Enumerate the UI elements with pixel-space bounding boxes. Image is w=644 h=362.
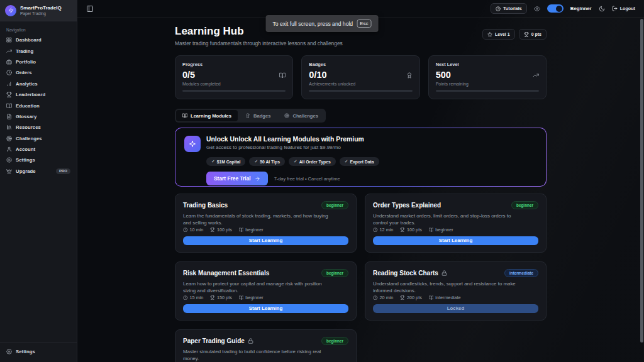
book-open-icon xyxy=(279,72,286,79)
sidebar-collapse-icon[interactable] xyxy=(86,5,94,13)
target-icon xyxy=(284,113,289,118)
module-title: Order Types Explained xyxy=(373,202,441,209)
premium-banner: Unlock Unlock All Learning Modules with … xyxy=(175,128,547,187)
module-description: Learn how to protect your capital and ma… xyxy=(183,280,335,295)
sidebar-item-education[interactable]: Education xyxy=(0,100,77,111)
crown-icon xyxy=(6,168,12,174)
points-meta: 150 pts xyxy=(210,295,231,300)
grid-icon xyxy=(6,37,12,43)
trophy-icon xyxy=(210,295,215,300)
level-meta: beginner xyxy=(239,227,264,233)
check-icon: ✓ xyxy=(254,159,258,164)
gear-icon xyxy=(6,157,12,163)
trending-up-icon xyxy=(6,48,12,54)
module-description: Learn the fundamentals of stock trading,… xyxy=(183,212,335,227)
start-learning-button[interactable]: Start Learning xyxy=(183,236,348,245)
tab-challenges[interactable]: Challenges xyxy=(278,110,325,121)
award-icon xyxy=(245,113,250,118)
lock-icon xyxy=(441,270,447,276)
tutorials-button[interactable]: Tutorials xyxy=(491,3,527,14)
modules-grid: Trading Basics beginner Learn the fundam… xyxy=(175,194,547,362)
sidebar-item-label: Trading xyxy=(16,48,33,54)
sidebar-item-label: Dashboard xyxy=(16,37,42,43)
sidebar-item-upgrade[interactable]: UpgradePRO xyxy=(0,166,77,177)
stat-caption: Achievements unlocked xyxy=(309,82,412,86)
library-icon xyxy=(6,124,12,130)
sidebar-item-resources[interactable]: Resources xyxy=(0,122,77,133)
clock-icon xyxy=(183,228,188,233)
app-tagline: Paper Trading xyxy=(20,11,62,16)
logout-button[interactable]: Logout xyxy=(612,6,635,11)
points-badge: 0 pts xyxy=(519,29,547,40)
sidebar-item-leaderboard[interactable]: Leaderboard xyxy=(0,89,77,100)
app-logo-row[interactable]: SmartProTradeIQ Paper Trading xyxy=(0,0,77,21)
sidebar-item-dashboard[interactable]: Dashboard xyxy=(0,35,77,45)
arrow-right-icon xyxy=(255,176,260,182)
level-badge: Level 1 xyxy=(482,29,515,40)
scrollbar[interactable] xyxy=(640,0,643,362)
trophy-icon xyxy=(400,295,405,300)
sidebar-item-account[interactable]: Account xyxy=(0,144,77,155)
points-badge-label: 0 pts xyxy=(531,32,541,36)
sidebar-item-label: Education xyxy=(16,103,40,109)
sidebar-item-label: Account xyxy=(16,146,35,152)
stat-value: 0/10 xyxy=(309,70,412,80)
scrollbar-thumb[interactable] xyxy=(640,19,643,343)
module-description: Understand candlesticks, trends, support… xyxy=(373,280,525,295)
sidebar-footer-settings[interactable]: Settings xyxy=(6,349,70,354)
module-title: Trading Basics xyxy=(183,202,228,209)
trophy-icon xyxy=(6,92,12,97)
sidebar-item-label: Orders xyxy=(16,70,32,75)
duration-meta: 15 min xyxy=(183,295,203,300)
points-meta: 100 pts xyxy=(400,227,421,233)
start-free-trial-button[interactable]: Start Free Trial xyxy=(206,172,268,185)
tab-badges[interactable]: Badges xyxy=(239,110,277,121)
start-learning-button[interactable]: Start Learning xyxy=(183,304,348,313)
stat-card-badges: Badges 0/10 Achievements unlocked xyxy=(301,55,419,99)
tab-bar: Learning Modules Badges Challenges xyxy=(175,109,326,123)
level-meta: intermediate xyxy=(429,295,461,300)
level-pill: beginner xyxy=(321,337,348,345)
premium-features: ✓$1M Capital ✓50 AI Tips ✓All Order Type… xyxy=(206,157,537,166)
feature-chip: ✓$1M Capital xyxy=(206,157,245,166)
eye-icon[interactable] xyxy=(534,6,540,12)
points-meta: 200 pts xyxy=(400,295,421,300)
sidebar-item-label: Analytics xyxy=(16,81,38,87)
start-learning-button[interactable]: Start Learning xyxy=(373,236,538,245)
sidebar-item-settings[interactable]: Settings xyxy=(0,155,77,165)
feature-chip: ✓All Order Types xyxy=(289,157,336,166)
nav-section-label: Navigation xyxy=(0,21,77,35)
sidebar-item-label: Settings xyxy=(16,157,35,163)
module-description: Master simulated trading to build confid… xyxy=(183,348,335,362)
tab-label: Learning Modules xyxy=(191,113,231,119)
sidebar-item-analytics[interactable]: Analytics xyxy=(0,79,77,89)
stats-row: Progress 0/5 Modules completed Badges 0/… xyxy=(175,55,547,99)
module-card-order-types: Order Types Explained beginner Understan… xyxy=(365,194,547,253)
sidebar-item-glossary[interactable]: Glossary xyxy=(0,111,77,122)
sidebar-footer: Settings xyxy=(0,343,77,362)
stat-label: Badges xyxy=(309,62,412,67)
content: Learning Hub Master trading fundamentals… xyxy=(175,18,547,362)
book-open-icon xyxy=(6,103,12,109)
progress-bar xyxy=(182,90,286,92)
book-open-icon xyxy=(182,113,187,118)
book-open-icon xyxy=(239,295,244,300)
sidebar-item-label: Upgrade xyxy=(16,168,36,174)
sidebar-item-orders[interactable]: Orders xyxy=(0,67,77,78)
mode-toggle[interactable] xyxy=(547,4,564,13)
toast-text: To exit full screen, press and hold xyxy=(273,21,353,27)
points-meta: 100 pts xyxy=(210,227,231,233)
sidebar-item-trading[interactable]: Trading xyxy=(0,45,77,56)
module-title: Risk Management Essentials xyxy=(183,270,269,277)
trial-note: 7-day free trial • Cancel anytime xyxy=(274,176,340,182)
check-icon: ✓ xyxy=(294,159,297,164)
sidebar-item-portfolio[interactable]: Portfolio xyxy=(0,57,77,67)
stat-value: 0/5 xyxy=(182,70,286,80)
sidebar-item-challenges[interactable]: Challenges xyxy=(0,133,77,144)
book-open-icon xyxy=(429,295,434,300)
module-card-risk-management: Risk Management Essentials beginner Lear… xyxy=(175,261,357,321)
module-description: Understand market orders, limit orders, … xyxy=(373,212,525,227)
tab-learning-modules[interactable]: Learning Modules xyxy=(176,110,238,121)
moon-icon[interactable] xyxy=(599,6,605,12)
module-card-paper-trading: Paper Trading Guide beginner Master simu… xyxy=(175,329,357,362)
